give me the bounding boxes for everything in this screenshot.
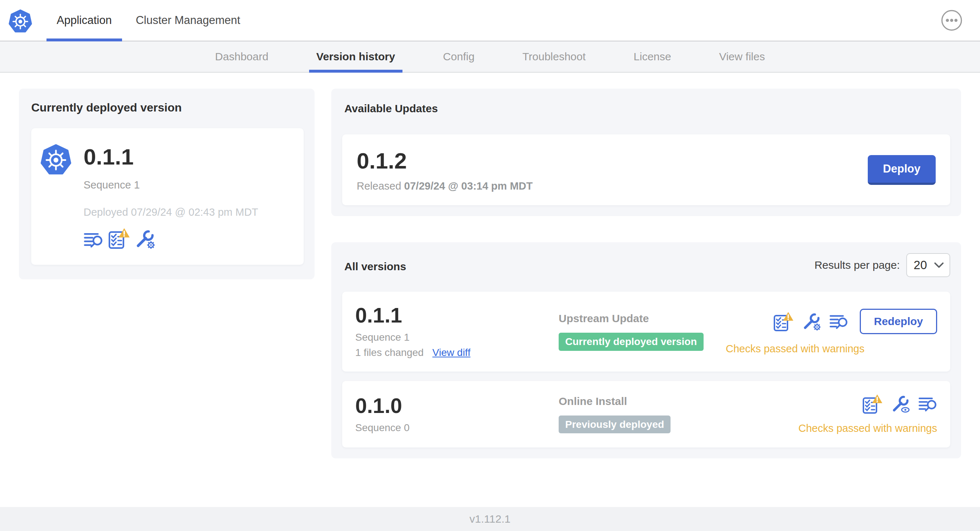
currently-deployed-title: Currently deployed version [31,101,304,114]
status-badge: Currently deployed version [558,333,703,351]
available-updates-title: Available Updates [344,102,950,115]
redeploy-button[interactable]: Redeploy [860,309,937,334]
row-version-number: 0.1.1 [355,305,558,326]
status-badge: Previously deployed [558,415,671,434]
tab-application[interactable]: Application [46,0,122,41]
update-version-number: 0.1.2 [357,149,533,172]
right-column: Available Updates 0.1.2 Released 07/29/2… [331,89,961,458]
subnav-config[interactable]: Config [419,41,499,72]
update-released-line: Released 07/29/24 @ 03:14 pm MDT [357,180,533,192]
preflight-status-text: Checks passed with warnings [726,343,864,355]
results-per-page-label: Results per page: [815,259,900,271]
view-config-icon[interactable] [891,395,910,413]
kubernetes-logo-icon [9,8,32,34]
subnav-license[interactable]: License [609,41,695,72]
preflight-status-text: Checks passed with warnings [799,422,937,434]
preflight-checks-warning-icon[interactable] [773,312,794,331]
tab-cluster-management-label: Cluster Management [136,14,240,27]
subnav-view-files[interactable]: View files [695,41,789,72]
tab-cluster-management[interactable]: Cluster Management [126,0,251,41]
ellipsis-menu-icon[interactable] [941,10,963,31]
results-per-page-select[interactable]: 20 [906,253,950,277]
row-sequence: Sequence 0 [355,422,558,434]
subnav-view-files-label: View files [719,51,765,63]
subnav-version-history[interactable]: Version history [293,41,419,72]
subnav-troubleshoot[interactable]: Troubleshoot [498,41,609,72]
deployed-sequence: Sequence 1 [84,179,258,191]
row-source: Online Install [558,395,799,407]
subnav-license-label: License [633,51,671,63]
view-diff-link[interactable]: View diff [432,347,470,358]
chevron-down-icon [934,262,944,268]
preflight-checks-warning-icon[interactable] [108,228,130,249]
all-versions-title: All versions [344,261,406,273]
edit-config-icon[interactable] [802,312,821,331]
deployed-version-number: 0.1.1 [84,146,258,168]
all-versions-card: All versions Results per page: 20 0.1.1 … [331,242,961,458]
row-files-changed: 1 files changed [355,347,423,358]
available-updates-card: Available Updates 0.1.2 Released 07/29/2… [331,89,961,216]
deploy-logs-icon[interactable] [829,313,848,330]
preflight-checks-warning-icon[interactable] [862,394,883,414]
version-row-0-1-0: 0.1.0 Sequence 0 Online Install Previous… [342,381,950,447]
currently-deployed-card: Currently deployed version 0.1.1 Sequenc… [19,89,315,279]
row-sequence: Sequence 1 [355,332,558,343]
row-version-number: 0.1.0 [355,395,558,416]
subnav-dashboard[interactable]: Dashboard [191,41,293,72]
deployed-version-tile: 0.1.1 Sequence 1 Deployed 07/29/24 @ 02:… [31,128,304,265]
deploy-button[interactable]: Deploy [868,155,936,185]
top-bar: Application Cluster Management [0,0,980,41]
update-row: 0.1.2 Released 07/29/24 @ 03:14 pm MDT D… [342,134,950,205]
app-sub-nav: Dashboard Version history Config Trouble… [0,41,980,73]
released-prefix: Released [357,180,404,192]
subnav-version-history-label: Version history [317,51,395,63]
results-per-page: Results per page: 20 [815,253,950,277]
deployed-version-actions [84,228,258,249]
released-date: 07/29/24 @ 03:14 pm MDT [404,180,533,192]
version-row-0-1-1: 0.1.1 Sequence 1 1 files changed View di… [342,292,950,372]
main-content: Currently deployed version 0.1.1 Sequenc… [0,73,980,507]
subnav-dashboard-label: Dashboard [215,51,269,63]
subnav-config-label: Config [443,51,475,63]
app-footer: v1.112.1 [0,507,980,531]
deploy-logs-icon[interactable] [918,395,937,413]
subnav-troubleshoot-label: Troubleshoot [522,51,585,63]
deployed-timestamp: Deployed 07/29/24 @ 02:43 pm MDT [84,206,258,218]
top-nav: Application Cluster Management [46,0,250,41]
console-version: v1.112.1 [470,513,511,525]
results-per-page-value: 20 [913,258,927,272]
edit-config-icon[interactable] [135,229,155,249]
row-source: Upstream Update [558,312,726,325]
deploy-logs-icon[interactable] [84,231,103,249]
kubernetes-app-icon [41,143,71,175]
tab-application-label: Application [57,14,112,27]
